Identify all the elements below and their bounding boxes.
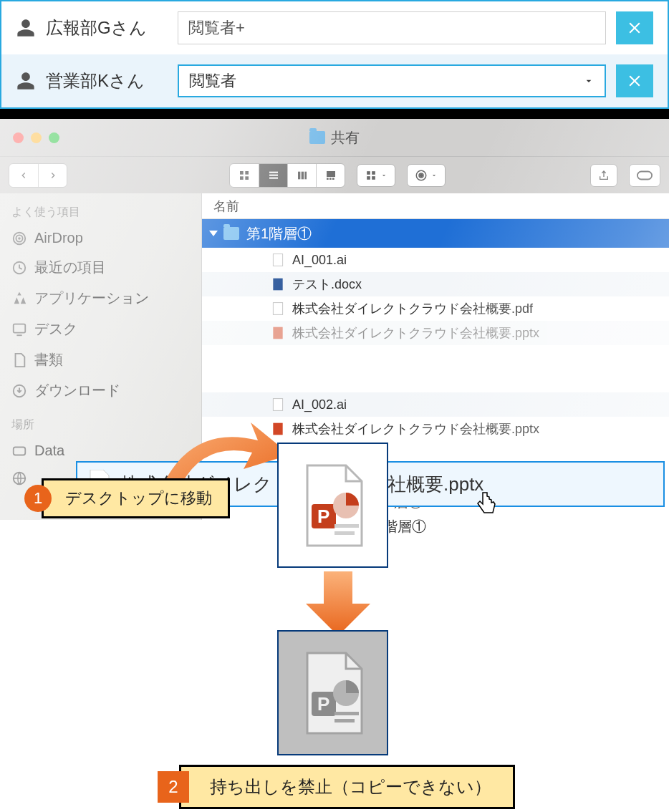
share-button[interactable] [590,164,617,187]
svg-point-22 [18,237,21,240]
user-name: 広報部Gさん [46,16,168,39]
sidebar-item-label: AirDrop [34,230,83,246]
gallery-view-button[interactable] [316,164,345,187]
window-title: 共有 [309,128,360,148]
svg-rect-32 [273,399,282,411]
window-controls[interactable] [13,132,59,143]
svg-rect-31 [273,327,282,339]
divider [0,109,669,119]
sidebar-item-label: 書類 [34,350,63,369]
title-text: 共有 [331,128,360,148]
pptx-file-icon [271,326,285,340]
file-icon-card-disabled: P [277,630,388,755]
svg-rect-45 [334,712,359,715]
pptx-large-icon: P [299,463,367,548]
action-button[interactable] [407,164,446,187]
svg-rect-41 [334,531,355,535]
minimize-window-icon[interactable] [31,132,42,143]
ai-file-icon [271,397,285,412]
sidebar-item-recents[interactable]: 最近の項目 [0,252,201,283]
file-icon-card: P [277,443,388,568]
back-button[interactable] [9,164,38,187]
folder-row[interactable]: 第1階層① [202,219,669,248]
sidebar-item-label: Data [34,443,64,459]
column-view-button[interactable] [287,164,316,187]
desktop-icon [11,322,27,337]
pptx-large-icon: P [299,650,367,736]
maximize-window-icon[interactable] [49,132,59,143]
file-row[interactable]: 株式会社ダイレクトクラウド会社概要.pdf [202,296,669,321]
docx-file-icon [271,277,285,291]
role-select[interactable]: 閲覧者 [178,64,606,97]
callout-2: 2 持ち出しを禁止（コピーできない） [158,765,515,809]
sidebar-item-label: デスク [34,319,77,339]
svg-rect-11 [327,178,329,180]
sidebar-item-label: ダウンロード [34,381,120,400]
file-row[interactable]: AI_001.ai [202,248,669,272]
svg-text:P: P [317,693,329,715]
sidebar-item-desktop[interactable]: デスク [0,314,201,344]
svg-rect-26 [14,447,26,455]
svg-text:P: P [317,506,329,527]
file-row[interactable]: AI_002.ai [202,392,669,417]
apps-icon [11,291,27,306]
svg-rect-16 [367,176,370,180]
svg-rect-7 [298,171,300,179]
svg-rect-9 [304,171,307,179]
permission-panel: 広報部Gさん 閲覧者+ 営業部Kさん 閲覧者 [0,0,669,109]
tags-button[interactable] [629,164,660,187]
role-display: 閲覧者+ [178,11,606,44]
file-name: AI_002.ai [292,397,347,412]
sidebar-heading: よく使う項目 [0,200,201,224]
svg-rect-10 [327,171,335,177]
sidebar-item-label: アプリケーション [34,289,149,308]
file-row[interactable]: 株式会社ダイレクトクラウド会社概要.pptx [202,321,669,345]
file-name: 株式会社ダイレクトクラウド会社概要.pptx [292,324,539,342]
svg-rect-19 [637,171,652,179]
user-name: 営業部Kさん [46,69,168,92]
group-by-button[interactable] [357,164,395,187]
folder-icon [223,227,239,240]
disk-icon [11,443,27,459]
callout-1: 1 デスクトップに移動 [24,478,230,518]
svg-rect-2 [240,176,244,180]
svg-rect-14 [367,171,370,175]
svg-rect-24 [14,324,26,332]
disclosure-triangle-icon[interactable] [209,231,218,236]
ai-file-icon [271,253,285,267]
svg-rect-29 [273,279,282,291]
remove-button[interactable] [616,64,653,97]
permission-row: 営業部Kさん 閲覧者 [1,54,668,107]
person-icon [16,18,36,38]
sidebar-item-downloads[interactable]: ダウンロード [0,375,201,406]
downloads-icon [11,383,27,399]
forward-button[interactable] [38,164,67,187]
sidebar-item-documents[interactable]: 書類 [0,344,201,375]
icon-view-button[interactable] [230,164,259,187]
svg-rect-28 [273,254,282,266]
role-text: 閲覧者+ [188,17,245,39]
sidebar-item-airdrop[interactable]: AirDrop [0,224,201,252]
svg-rect-15 [372,171,375,175]
close-icon [625,19,644,37]
file-name: テスト.docx [292,276,362,293]
svg-rect-17 [372,176,375,180]
svg-rect-6 [269,177,278,178]
svg-rect-8 [301,171,303,179]
svg-rect-0 [240,171,244,175]
remove-button[interactable] [616,11,653,44]
svg-rect-30 [273,303,282,315]
svg-rect-46 [334,719,355,722]
sidebar-item-applications[interactable]: アプリケーション [0,283,201,314]
column-header[interactable]: 名前 [202,193,669,219]
list-view-button[interactable] [259,164,287,187]
svg-rect-12 [329,178,332,180]
file-row[interactable]: テスト.docx [202,272,669,296]
person-icon [16,71,36,91]
clock-icon [11,260,27,276]
close-window-icon[interactable] [13,132,24,143]
documents-icon [11,352,27,368]
close-icon [625,72,644,90]
step-badge: 2 [158,771,189,803]
pdf-file-icon [271,301,285,316]
